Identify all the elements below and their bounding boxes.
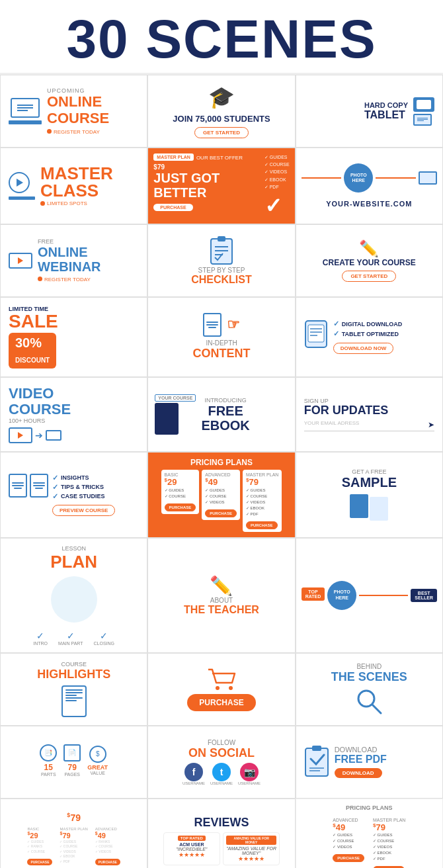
price-text: $79 [153,163,259,171]
purchase-big-button[interactable]: PURCHASE [187,694,255,711]
join-students-cell: 🎓 JOIN 75,000 STUDENTS GET STARTED [147,75,295,148]
svg-rect-15 [312,746,321,751]
hard-copy-label: HARD COPY [364,101,408,109]
mortar-board-icon: 🎓 [208,85,235,110]
pages-num: 79 [63,763,81,772]
download-now-button[interactable]: DOWNLOAD NOW [333,343,394,354]
basic-plan-features: ✓ GUIDES✓ COURSE [165,488,196,499]
review-text-1: "INCREDIBLE" [167,847,217,851]
content-doc-icon [203,313,222,337]
pages-stat: 📄 79 PAGES [63,744,81,777]
checklist-cell: STEP BY STEP CHECKLIST [147,224,295,297]
download-label: DOWNLOAD [335,746,387,754]
advanced-purchase-button[interactable]: PURCHASE [205,509,237,517]
parts-label: PARTS [40,772,57,777]
limited-spots-label: LIMITED SPOTS [47,200,87,206]
in-depth-label: IN-DEPTH [206,339,237,347]
master-purchase-button[interactable]: PURCHASE [246,521,278,529]
review-cards: TOP RATED ACM USER "INCREDIBLE" ★★★★★ AM… [163,832,280,865]
master-plan-name: MASTER PLAN [246,472,278,477]
check-icon-2: ✓ [333,329,339,338]
behind-scenes-cell: BEHIND THE SCENES [296,653,443,726]
advanced-plan-name: ADVANCED [205,472,237,477]
insights-cell: ✓ INSIGHTS ✓ TIPS & TRICKS ✓ CASE STUDIE… [0,452,147,537]
best-seller-badge: BESTSELLER [411,589,437,602]
tablet-doc-icon [304,320,328,349]
video-course-title: VIDEO COURSE [9,386,71,417]
email-field[interactable]: YOUR EMAIL ADRESS ➤ [304,420,434,431]
instagram-icon[interactable]: 📷 [240,763,259,781]
case-studies-label: CASE STUDIES [61,493,105,499]
create-course-title: CREATE YOUR COURSE [323,258,416,267]
join-students-title: JOIN 75,000 STUDENTS [173,114,270,124]
sign-up-cell: SIGN UP FOR UPDATES YOUR EMAIL ADRESS ➤ [296,377,443,452]
stats-cell: 📑 15 PARTS 📄 79 PAGES $ GREAT VALUE [0,726,147,799]
play-circle-icon [9,172,30,193]
advanced-plan-features: ✓ GUIDES✓ COURSE✓ VIDEOS [205,488,237,505]
closing-label: CLOSING [94,641,115,646]
facebook-username: USERNAME [182,781,205,785]
basic-purchase-button[interactable]: PURCHASE [165,503,196,511]
facebook-icon[interactable]: f [184,763,203,781]
get-free-label: GET A FREE [352,468,386,475]
svg-rect-1 [218,236,225,241]
tablet-label: TABLET [364,109,408,121]
dark-basic-purchase-button[interactable]: PURCHASE [27,859,52,865]
just-got-better-cell: MASTER PLAN OUR BEST OFFER $79 JUST GOT … [147,148,295,224]
instagram-username: USERNAME [238,781,261,785]
svg-rect-6 [308,325,324,342]
dark-basic-plan: BASIC $29 ✓ GUIDES✓ RANKS✓ COURSE PURCHA… [24,825,55,868]
behind-label: BEHIND [356,663,382,670]
advanced-plan: ADVANCED $49 ✓ GUIDES✓ COURSE✓ VIDEOS PU… [202,470,240,519]
value-icon: $ [89,746,106,763]
hand-icon: ☞ [227,316,240,333]
free-label: FREE [38,238,101,245]
free-ebook-title: FREE EBOOK [201,404,249,433]
main-part-label: MAIN PART [58,641,83,646]
download-button[interactable]: DOWNLOAD [335,768,382,778]
top-rated-photo-badge: PHOTOHERE [327,581,356,610]
twitter-username: USERNAME [210,781,233,785]
intro-part: ✓ INTRO [33,630,48,646]
register-label: REGISTER TODAY [54,129,100,135]
advanced-plan-price: $49 [205,477,237,487]
webinar-register-label: REGISTER TODAY [44,277,91,282]
value-num: GREAT [87,764,108,771]
your-website-cell: PHOTOHERE YOUR-WEBSITE.COM [296,148,443,224]
reviewer-name: ACM USER [167,842,217,847]
checklist-items: ✓ GUIDES✓ COURSE✓ VIDEOS✓ EBOOK✓ PDF [264,153,290,191]
limited-spots-dot [40,201,45,206]
white-advanced-purchase[interactable]: PURCHASE [333,854,364,862]
create-course-cta-button[interactable]: GET STARTED [342,271,396,282]
preview-course-button[interactable]: PREVIEW COURSE [52,505,115,516]
dark-advanced-purchase-button[interactable]: PURCHASE [95,859,120,865]
reviews-cell: REVIEWS TOP RATED ACM USER "INCREDIBLE" … [147,799,295,868]
purchase-button[interactable]: PURCHASE [153,204,192,211]
digital-download-row: ✓ DIGITAL DOWNLOAD [333,320,403,328]
content-title: CONTENT [192,347,250,361]
lesson-plan-cell: LESSON PLAN ✓ INTRO ✓ MAIN PART ✓ CLOSIN… [0,538,147,653]
get-started-button[interactable]: GET STARTED [194,127,249,138]
follow-social-cell: FOLLOW ON SOCIAL f USERNAME t USERNAME 📷… [147,726,295,799]
twitter-icon[interactable]: t [212,763,231,781]
twitter-social-item: t USERNAME [210,763,233,785]
online-webinar-cell: FREE ONLINE WEBINAR REGISTER TODAY [0,224,147,297]
shopping-cart-icon [207,667,236,691]
pricing-white-plans: ADVANCED $49 ✓ GUIDES✓ COURSE✓ VIDEOS PU… [329,815,409,868]
teacher-pencil-icon: ✏️ [210,575,233,597]
top-rated-review-badge: TOP RATED [178,836,206,841]
header: 30 SCENES [0,0,443,73]
checkmark-icon: ✓ [264,193,290,218]
video-course-graphic: ➔ [9,427,61,443]
master-class-title: MASTER CLASS [40,165,113,199]
basic-plan: BASIC $29 ✓ GUIDES✓ COURSE PURCHASE [161,470,200,513]
free-pdf-title: FREE PDF [335,754,387,765]
digital-download-cell: ✓ DIGITAL DOWNLOAD ✓ TABLET OPTIMIZED DO… [296,297,443,377]
dark-plans-row: BASIC $29 ✓ GUIDES✓ RANKS✓ COURSE PURCHA… [24,825,122,868]
discount-badge: 30% DISCOUNT [9,333,56,369]
free-ebook-cell: YOUR COURSE INTRODUCING FREE EBOOK [147,377,295,452]
dark-pricing-price: $79 [67,812,81,823]
parts-stat: 📑 15 PARTS [40,744,57,777]
pricing-white-title: PRICING PLANS [346,804,393,811]
top-rated-badge: TOPRATED [302,587,325,601]
